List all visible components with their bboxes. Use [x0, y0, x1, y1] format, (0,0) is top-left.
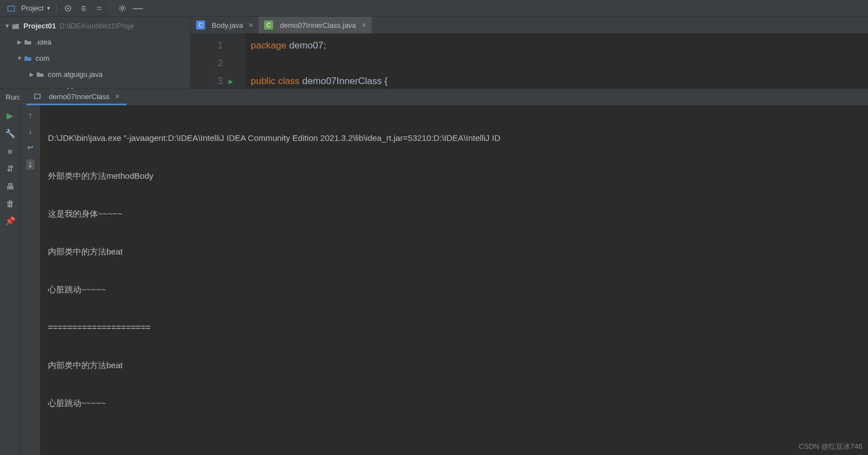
run-toolbar-vertical: ▶ 🔧 ■ ⇵ 🖶 🗑 📌	[0, 105, 20, 455]
hide-icon[interactable]: —	[131, 2, 144, 15]
package-icon	[36, 70, 45, 79]
runnable-class-icon: C	[264, 21, 273, 30]
code-editor[interactable]: 1 2 3▶ 4▶ 5 6 7 8 9 10 11💡 12 13 ⊟ packa…	[191, 33, 868, 89]
run-tab-label: demo07InnerClass	[48, 92, 109, 101]
editor-tabs: C Body.java × C demo07InnerClass.java ×	[191, 17, 868, 33]
line-gutter: 1 2 3▶ 4▶ 5 6 7 8 9 10 11💡 12 13	[191, 33, 235, 89]
fold-column: ⊟	[235, 33, 245, 89]
layout-icon[interactable]: ⇵	[7, 164, 14, 174]
tree-root[interactable]: Project01 D:\IDEA\untitled1\Proje	[0, 18, 190, 34]
folder-icon	[23, 38, 32, 47]
console-line: 内部类中的方法beat	[48, 356, 860, 375]
tree-com[interactable]: com	[0, 50, 190, 66]
console-output[interactable]: D:\JDK\bin\java.exe "-javaagent:D:\IDEA\…	[40, 105, 868, 455]
console-line: =====================	[48, 318, 860, 337]
print-icon[interactable]: 🖶	[6, 182, 14, 191]
run-tool-window: Run: demo07InnerClass × ▶ 🔧 ■ ⇵ 🖶 🗑 📌 ↑ …	[0, 89, 868, 455]
tab-label: demo07InnerClass.java	[280, 21, 356, 30]
tree-com-atguigu[interactable]: com.atguigu.java	[0, 66, 190, 82]
console-line: D:\JDK\bin\java.exe "-javaagent:D:\IDEA\…	[48, 129, 860, 148]
pin-icon[interactable]: 📌	[5, 216, 16, 226]
wrench-icon[interactable]: 🔧	[5, 129, 16, 139]
editor-area: C Body.java × C demo07InnerClass.java × …	[191, 17, 868, 89]
run-toolbar-vertical-2: ↑ ↓ ↩ ⤓	[20, 105, 40, 455]
top-toolbar: Project ▼ —	[0, 0, 868, 17]
wrap-icon[interactable]: ↩	[27, 143, 33, 151]
run-config-icon	[33, 92, 42, 101]
console-line: 这是我的身体~~~~~	[48, 204, 860, 223]
run-gutter-icon[interactable]: ▶	[228, 78, 233, 85]
svg-rect-0	[8, 6, 14, 11]
module-icon	[11, 22, 20, 31]
console-line: 内部类中的方法beat	[48, 242, 860, 261]
svg-rect-5	[12, 24, 16, 26]
up-icon[interactable]: ↑	[28, 111, 32, 119]
run-label: Run:	[0, 93, 26, 101]
tab-body[interactable]: C Body.java ×	[191, 17, 259, 33]
stop-icon[interactable]: ■	[7, 146, 12, 156]
project-icon[interactable]	[4, 2, 18, 15]
close-icon[interactable]: ×	[115, 92, 120, 101]
project-tree: Project01 D:\IDEA\untitled1\Proje .idea …	[0, 17, 191, 89]
folder-open-icon	[23, 54, 32, 63]
tab-label: Body.java	[212, 21, 243, 30]
tree-demo02[interactable]: demo02	[0, 82, 190, 89]
svg-point-2	[67, 7, 69, 9]
svg-rect-6	[35, 94, 40, 99]
settings-icon[interactable]	[115, 2, 129, 15]
close-icon[interactable]: ×	[362, 21, 366, 30]
class-icon: C	[196, 21, 205, 30]
down-icon[interactable]: ↓	[28, 127, 32, 135]
expand-icon[interactable]	[77, 2, 90, 15]
watermark: CSDN @红豆冰746	[799, 442, 862, 452]
target-icon[interactable]	[61, 2, 75, 15]
rerun-icon[interactable]: ▶	[7, 111, 13, 121]
svg-point-3	[121, 7, 123, 9]
scroll-icon[interactable]: ⤓	[26, 159, 35, 170]
console-line: 心脏跳动~~~~~	[48, 280, 860, 299]
tree-idea[interactable]: .idea	[0, 34, 190, 50]
console-line: 心脏跳动~~~~~	[48, 394, 860, 413]
tab-inner[interactable]: C demo07InnerClass.java ×	[259, 17, 372, 33]
project-dropdown[interactable]: Project ▼	[21, 4, 51, 12]
console-line: 外部类中的方法methodBody	[48, 167, 860, 185]
close-icon[interactable]: ×	[248, 21, 253, 30]
trash-icon[interactable]: 🗑	[6, 199, 14, 208]
run-tab[interactable]: demo07InnerClass ×	[26, 89, 126, 105]
collapse-icon[interactable]	[92, 2, 106, 15]
